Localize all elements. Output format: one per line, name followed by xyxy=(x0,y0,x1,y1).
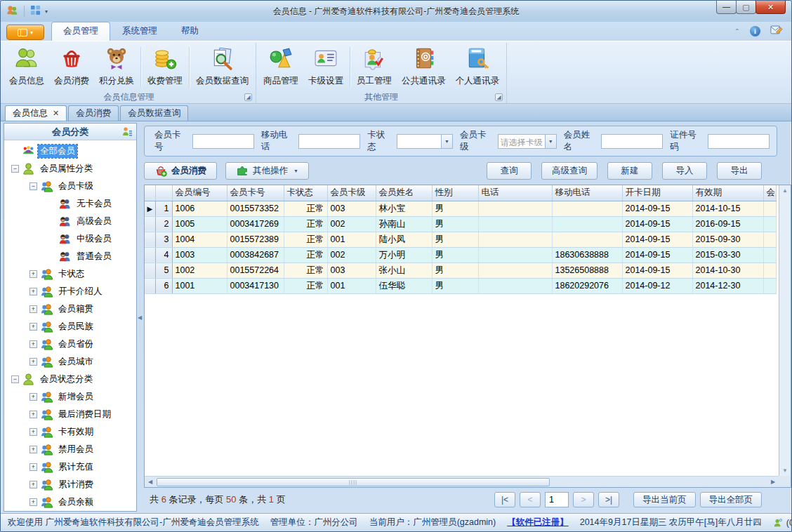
tree-expander-icon[interactable]: + xyxy=(29,481,37,488)
table-row[interactable]: 610010003417130正常001伍华聪男186202920762014-… xyxy=(145,278,776,293)
table-row[interactable]: 410030003842687正常002万小明男186306388882014-… xyxy=(145,247,776,262)
table-cell[interactable]: 002 xyxy=(327,247,376,262)
tree-expander-icon[interactable]: + xyxy=(29,428,37,436)
table-cell[interactable]: 1004 xyxy=(172,232,227,247)
table-cell[interactable]: 2014-09-15 xyxy=(622,262,692,278)
toolbar-button[interactable]: 新建 xyxy=(607,162,652,180)
ribbon-button[interactable]: 个人通讯录 xyxy=(451,44,505,91)
ribbon-button[interactable]: 员工管理 xyxy=(352,44,397,91)
table-cell[interactable]: 正常 xyxy=(284,216,327,232)
tree-expander-icon[interactable]: + xyxy=(29,446,37,453)
scroll-thumb[interactable]: |||| xyxy=(157,478,550,486)
table-cell[interactable]: 0003417269 xyxy=(227,216,284,232)
table-cell[interactable]: 陆小凤 xyxy=(376,232,432,247)
ribbon-button[interactable]: 会员数据查询 xyxy=(191,44,253,91)
chevron-down-icon[interactable]: ▼ xyxy=(545,135,556,148)
table-cell[interactable]: 2015-03-30 xyxy=(692,247,763,262)
ribbon-button[interactable]: 卡级设置 xyxy=(303,44,348,91)
table-cell[interactable]: 1001 xyxy=(172,278,227,293)
last-page-button[interactable]: >| xyxy=(598,492,619,507)
table-cell[interactable]: 男 xyxy=(432,201,478,216)
table-cell[interactable]: 正常 xyxy=(284,201,327,216)
document-tab-1[interactable]: 会员信息✕ xyxy=(5,105,67,121)
tree-expander-icon[interactable]: + xyxy=(29,498,37,506)
tree-expander-icon[interactable]: + xyxy=(29,270,37,278)
table-cell[interactable] xyxy=(763,232,776,247)
dialog-launcher-icon[interactable]: ◢ xyxy=(495,93,503,101)
ribbon-button[interactable]: 积分兑换 xyxy=(94,44,139,91)
table-cell[interactable]: 正常 xyxy=(284,247,327,262)
export-current-page-button[interactable]: 导出当前页 xyxy=(633,492,696,507)
table-cell[interactable]: 伍华聪 xyxy=(376,278,432,293)
filter-input[interactable] xyxy=(708,134,770,149)
chevron-down-icon[interactable]: ▼ xyxy=(441,135,452,148)
column-header[interactable]: 电话 xyxy=(478,185,552,201)
row-selector-cell[interactable] xyxy=(145,247,155,262)
table-cell[interactable]: 0015572389 xyxy=(227,232,284,247)
table-cell[interactable]: 18620292076 xyxy=(552,278,622,293)
tree-expander-icon[interactable]: + xyxy=(29,358,37,366)
table-cell[interactable]: 1006 xyxy=(172,201,227,216)
tree-node[interactable]: +卡有效期 xyxy=(4,423,136,441)
ribbon-button[interactable]: 会员消费 xyxy=(49,44,94,91)
tree-expander-icon[interactable]: + xyxy=(29,411,37,418)
toolbar-button[interactable]: 高级查询 xyxy=(541,162,598,180)
column-header[interactable]: 会员编号 xyxy=(172,185,227,201)
ribbon-button[interactable]: 会员信息 xyxy=(4,44,49,91)
filter-combobox[interactable]: 请选择卡级▼ xyxy=(498,134,557,149)
tree-node[interactable]: +累计消费 xyxy=(4,476,136,493)
scroll-left-icon[interactable]: ◀ xyxy=(145,477,156,487)
tree-node[interactable]: +累计充值 xyxy=(4,458,136,476)
tree-node[interactable]: 全部会员 xyxy=(4,142,136,160)
tree-node[interactable]: +会员余额 xyxy=(4,493,136,511)
page-number-input[interactable]: 1 xyxy=(545,492,569,507)
toolbar-button[interactable]: 会员消费 xyxy=(144,162,217,180)
row-selector-cell[interactable] xyxy=(145,278,155,293)
table-cell[interactable]: 男 xyxy=(432,262,478,278)
table-cell[interactable] xyxy=(763,262,776,278)
table-row[interactable]: 210050003417269正常002孙南山男2014-09-152016-0… xyxy=(145,216,776,232)
table-cell[interactable] xyxy=(552,232,622,247)
ribbon-button[interactable]: 商品管理 xyxy=(258,44,303,91)
vertical-scrollbar[interactable]: ▲▼ xyxy=(779,185,791,476)
table-cell[interactable]: 0003842687 xyxy=(227,247,284,262)
table-cell[interactable]: 1002 xyxy=(172,262,227,278)
tree-expander-icon[interactable]: − xyxy=(29,182,37,190)
table-cell[interactable]: 0015573352 xyxy=(227,201,284,216)
toolbar-button[interactable]: 导入 xyxy=(662,162,707,180)
tree-expander-icon[interactable]: + xyxy=(29,393,37,401)
maximize-button[interactable]: ▢ xyxy=(736,1,756,14)
table-cell[interactable] xyxy=(552,216,622,232)
table-cell[interactable]: 男 xyxy=(432,232,478,247)
table-cell[interactable]: 2014-09-15 xyxy=(622,201,692,216)
column-header[interactable]: 有效期 xyxy=(692,185,763,201)
feedback-icon[interactable] xyxy=(770,25,783,38)
toolbar-button[interactable]: 查询 xyxy=(487,162,532,180)
toolbar-button[interactable]: 导出 xyxy=(717,162,762,180)
tree-node[interactable]: −会员属性分类 xyxy=(4,160,136,178)
table-cell[interactable] xyxy=(478,278,552,293)
tree-node[interactable]: 无卡会员 xyxy=(4,195,136,213)
row-selector-cell[interactable] xyxy=(145,216,155,232)
license-status-link[interactable]: 【软件已注册】 xyxy=(507,517,569,528)
dialog-launcher-icon[interactable]: ◢ xyxy=(244,93,252,101)
menu-tab-1[interactable]: 会员管理 xyxy=(51,22,110,41)
table-cell[interactable]: 001 xyxy=(327,278,376,293)
minimize-button[interactable]: — xyxy=(716,1,737,14)
table-cell[interactable] xyxy=(478,262,552,278)
table-cell[interactable]: 2014-09-12 xyxy=(622,278,692,293)
column-header[interactable]: 开卡日期 xyxy=(622,185,692,201)
column-header[interactable]: 会员 xyxy=(763,185,776,201)
table-cell[interactable]: 003 xyxy=(327,262,376,278)
table-cell[interactable]: 孙南山 xyxy=(376,216,432,232)
filter-combobox[interactable]: ▼ xyxy=(397,134,453,149)
table-cell[interactable]: 正常 xyxy=(284,232,327,247)
first-page-button[interactable]: |< xyxy=(494,492,515,507)
tree-expander-icon[interactable]: + xyxy=(29,323,37,331)
table-cell[interactable] xyxy=(763,247,776,262)
scroll-right-icon[interactable]: ▶ xyxy=(767,477,779,487)
table-cell[interactable]: 1003 xyxy=(172,247,227,262)
table-cell[interactable] xyxy=(478,232,552,247)
column-header[interactable]: 性别 xyxy=(432,185,478,201)
sidebar-splitter[interactable]: ◀ xyxy=(137,123,143,512)
